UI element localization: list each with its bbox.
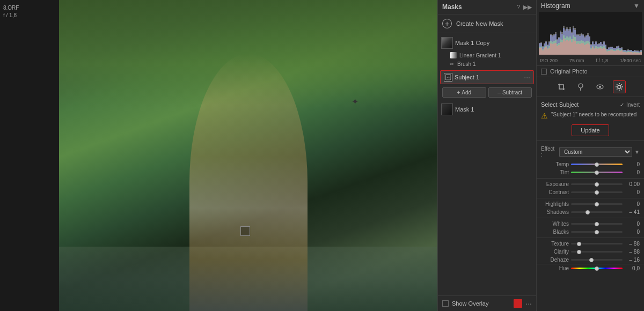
warning-icon: ⚠ <box>541 112 548 120</box>
original-photo-checkbox[interactable] <box>541 69 547 75</box>
update-button[interactable]: Update <box>572 124 609 136</box>
mask-item-mask1[interactable]: Mask 1 <box>438 102 536 117</box>
iso-value: ISO 200 <box>540 58 558 63</box>
overlay-color-swatch[interactable] <box>514 299 522 308</box>
slider-thumb-exposure[interactable] <box>595 182 599 187</box>
slider-name-highlights: Highlights <box>541 201 569 207</box>
mask1copy-sub-items: Linear Gradient 1 ✏ Brush 1 <box>438 50 536 68</box>
pencil-icon: ✏ <box>450 61 454 67</box>
effect-label: Effect : <box>541 146 557 158</box>
slider-row: Blacks0 <box>537 228 644 236</box>
svg-point-6 <box>618 85 621 88</box>
histogram-section: Histogram ▼ ISO 200 75 mm f / 1,8 1/800 … <box>537 0 644 66</box>
cursor-indicator: ✦ <box>352 97 362 107</box>
slider-row: Whites0 <box>537 220 644 228</box>
slider-value-blacks: 0 <box>625 229 640 235</box>
slider-track-contrast <box>571 191 623 193</box>
slider-thumb-highlights[interactable] <box>595 202 599 206</box>
slider-value-temp: 0 <box>625 161 640 167</box>
slider-track-highlights <box>571 203 623 205</box>
slider-thumb-clarity[interactable] <box>577 250 581 254</box>
slider-value-shadows: – 41 <box>625 209 640 215</box>
invert-label: Invert <box>626 102 640 108</box>
subject-icon <box>444 73 452 82</box>
slider-name-contrast: Contrast <box>541 189 569 195</box>
masks-header: Masks ? ▶▶ <box>438 0 536 14</box>
hue-slider-thumb[interactable] <box>595 266 599 271</box>
hue-row: Hue 0,0 <box>537 264 644 272</box>
filename-text: 8.ORF <box>3 5 19 11</box>
slider-thumb-dehaze[interactable] <box>589 258 594 262</box>
brush-tool-icon[interactable] <box>574 80 587 93</box>
slider-divider <box>537 178 644 179</box>
add-button[interactable]: + Add <box>442 87 486 98</box>
slider-thumb-whites[interactable] <box>595 222 599 226</box>
slider-name-tint: Tint <box>541 169 569 175</box>
slider-name-texture: Texture <box>541 241 569 247</box>
original-photo-label: Original Photo <box>550 68 588 75</box>
right-panel: Histogram ▼ ISO 200 75 mm f / 1,8 1/800 … <box>537 0 644 311</box>
checkmark-icon: ✓ <box>620 102 624 108</box>
subtract-button[interactable]: – Subtract <box>488 87 532 98</box>
expand-icon[interactable]: ▶▶ <box>523 4 532 11</box>
slider-thumb-contrast[interactable] <box>595 190 599 195</box>
add-icon: + <box>457 90 460 95</box>
slider-track-tint <box>571 172 623 173</box>
subtract-label: Subtract <box>502 90 522 95</box>
mask-item-mask1copy[interactable]: Mask 1 Copy <box>438 35 536 50</box>
brush-1-item[interactable]: ✏ Brush 1 <box>447 60 536 68</box>
photo-area: ✦ <box>59 0 437 311</box>
slider-thumb-tint[interactable] <box>595 171 599 175</box>
effect-row: Effect : Custom ▼ <box>537 144 644 159</box>
select-subject-header: Select Subject ✓ Invert <box>541 101 640 108</box>
select-subject-label: Select Subject <box>541 101 579 108</box>
slider-thumb-blacks[interactable] <box>595 230 599 234</box>
gear-tool-icon[interactable] <box>613 80 626 93</box>
masks-title: Masks <box>442 3 462 11</box>
slider-thumb-temp[interactable] <box>595 162 599 167</box>
warning-row: ⚠ "Subject 1" needs to be recomputed <box>541 111 640 120</box>
aperture-value: f / 1,8 <box>596 58 608 63</box>
subject-1-menu[interactable]: ··· <box>524 73 530 81</box>
slider-value-contrast: 0 <box>625 189 640 195</box>
slider-row: Temp0 <box>537 160 644 168</box>
slider-value-whites: 0 <box>625 221 640 227</box>
slider-value-texture: – 88 <box>625 241 640 247</box>
photo-placeholder: ✦ <box>59 0 437 311</box>
plus-icon: + <box>442 19 452 28</box>
histogram-header: Histogram ▼ <box>537 0 644 12</box>
linear-gradient-1-item[interactable]: Linear Gradient 1 <box>447 50 536 60</box>
slider-divider <box>537 198 644 198</box>
histogram-collapse-icon[interactable]: ▼ <box>633 2 640 10</box>
show-overlay-checkbox[interactable] <box>442 300 449 307</box>
effect-dropdown-icon: ▼ <box>634 149 640 155</box>
select-subject-section: Select Subject ✓ Invert ⚠ "Subject 1" ne… <box>537 97 644 141</box>
effect-select[interactable]: Custom <box>559 147 632 157</box>
subject-1-row[interactable]: Subject 1 ··· <box>440 70 534 84</box>
slider-thumb-texture[interactable] <box>577 242 581 246</box>
add-label: Add <box>462 90 471 95</box>
slider-value-tint: 0 <box>625 169 640 175</box>
slider-row: Clarity– 88 <box>537 248 644 256</box>
info-icon[interactable]: ? <box>517 4 520 10</box>
create-new-mask-button[interactable]: + Create New Mask <box>438 14 536 33</box>
mask1-thumb <box>441 103 453 115</box>
slider-row: Highlights0 <box>537 200 644 208</box>
shutter-value: 1/800 sec <box>620 58 641 63</box>
crop-tool-icon[interactable] <box>555 80 568 93</box>
left-panel: 8.ORF f / 1,8 <box>0 0 59 311</box>
slider-name-shadows: Shadows <box>541 209 569 215</box>
subject-1-label: Subject 1 <box>455 74 522 80</box>
slider-track-temp <box>571 164 623 165</box>
masks-panel: Masks ? ▶▶ + Create New Mask Mask 1 Copy <box>437 0 537 311</box>
overlay-menu-dots[interactable]: ··· <box>525 299 532 308</box>
slider-value-dehaze: – 16 <box>625 257 640 263</box>
slider-row: Dehaze– 16 <box>537 256 644 264</box>
warning-text: "Subject 1" needs to be recomputed <box>551 111 636 119</box>
focal-value: 75 mm <box>569 58 584 63</box>
svg-rect-0 <box>450 52 457 58</box>
eye-tool-icon[interactable] <box>594 80 606 93</box>
slider-thumb-shadows[interactable] <box>586 210 590 214</box>
histogram-meta: ISO 200 75 mm f / 1,8 1/800 sec <box>537 57 644 65</box>
histogram-title: Histogram <box>541 2 570 10</box>
